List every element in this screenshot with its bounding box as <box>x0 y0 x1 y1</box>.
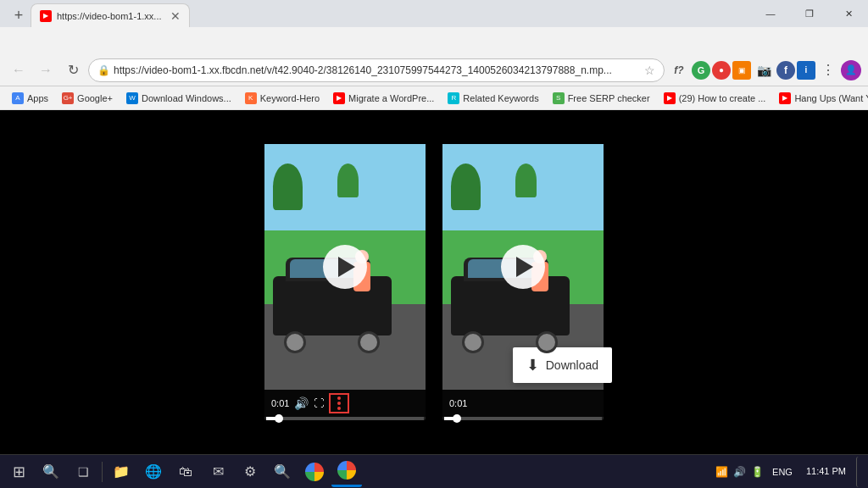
download-label: Download <box>546 358 598 372</box>
chrome-menu-icon[interactable]: ⋮ <box>817 59 839 81</box>
related-keywords-favicon: R <box>448 92 459 104</box>
f-social-icon[interactable]: f <box>776 61 795 80</box>
serp-favicon: S <box>553 92 565 104</box>
bookmark-related-keywords[interactable]: R Related Keywords <box>442 91 543 106</box>
migrate-favicon: ▶ <box>333 92 345 104</box>
volume-icon[interactable]: 🔊 <box>732 464 748 480</box>
blue-ext-icon[interactable]: i <box>797 61 815 80</box>
language-button[interactable]: ENG <box>769 457 796 487</box>
car-body-right <box>451 276 570 336</box>
videos-container: 0:01 🔊 ⛶ <box>264 144 604 420</box>
forward-button[interactable]: → <box>34 58 58 82</box>
taskbar-chrome[interactable] <box>299 457 330 487</box>
taskbar-search[interactable]: 🔍 <box>36 457 66 487</box>
taskbar-file-explorer[interactable]: 📁 <box>106 457 136 487</box>
chrome-icon <box>305 463 324 481</box>
bookmark-migrate[interactable]: ▶ Migrate a WordPre... <box>328 91 439 106</box>
tree2-left <box>337 164 359 197</box>
tree-right <box>451 164 481 210</box>
play-button-right[interactable] <box>501 245 545 289</box>
hangups-favicon: ▶ <box>779 92 791 104</box>
wheel2-left <box>358 331 380 353</box>
play-button-left[interactable] <box>323 245 367 289</box>
f-button[interactable]: f? <box>668 59 690 81</box>
bookmark-apps-label: Apps <box>27 93 48 103</box>
bookmark-hang-ups-label: Hang Ups (Want Yo... <box>794 93 868 103</box>
maximize-button[interactable]: ❐ <box>790 0 829 27</box>
address-input[interactable]: 🔒 https://video-bom1-1.xx.fbcdn.net/v/t4… <box>88 58 665 82</box>
user-avatar[interactable]: 👤 <box>841 60 861 80</box>
system-tray: 📶 🔊 🔋 <box>714 464 765 480</box>
video-controls-left: 0:01 🔊 ⛶ <box>264 390 426 417</box>
page-content: 0:01 🔊 ⛶ <box>0 110 868 454</box>
battery-icon[interactable]: 🔋 <box>749 464 765 480</box>
taskbar-settings[interactable]: ⚙ <box>235 457 265 487</box>
taskbar-mail[interactable]: ✉ <box>203 457 233 487</box>
video-thumb-left[interactable] <box>264 144 426 390</box>
tab-close-button[interactable]: ✕ <box>170 9 181 23</box>
bookmark-download-windows-label: Download Windows... <box>142 93 231 103</box>
bookmark-how-to-label: (29) How to create ... <box>679 93 766 103</box>
download-icon: ⬇ <box>526 356 539 374</box>
wheel2-right <box>536 331 558 353</box>
progress-thumb-right[interactable] <box>453 414 461 423</box>
bookmark-keyword-hero[interactable]: K Keyword-Hero <box>240 91 325 106</box>
system-clock[interactable]: 11:41 PM <box>799 465 853 477</box>
bookmarks-bar: A Apps G+ Google+ W Download Windows... … <box>0 86 868 110</box>
google-plus-favicon: G+ <box>62 92 74 104</box>
close-button[interactable]: ✕ <box>829 0 868 27</box>
g-icon[interactable]: G <box>692 61 710 80</box>
show-desktop-button[interactable] <box>856 457 865 487</box>
back-button[interactable]: ← <box>7 58 31 82</box>
secure-icon: 🔒 <box>97 64 110 76</box>
orange-ext-icon[interactable]: ▣ <box>732 61 751 80</box>
keyword-hero-favicon: K <box>245 92 257 104</box>
bookmark-star-icon[interactable]: ☆ <box>644 64 655 77</box>
taskbar-search2[interactable]: 🔍 <box>267 457 298 487</box>
bookmark-hang-ups[interactable]: ▶ Hang Ups (Want Yo... <box>774 91 868 106</box>
new-tab-button[interactable]: + <box>7 3 31 27</box>
reload-button[interactable]: ↻ <box>61 58 85 82</box>
bookmark-google-plus[interactable]: G+ Google+ <box>57 91 118 106</box>
taskbar-edge[interactable]: 🌐 <box>138 457 169 487</box>
bookmark-serp-checker[interactable]: S Free SERP checker <box>548 91 655 106</box>
minimize-button[interactable]: — <box>751 0 790 27</box>
apps-favicon: A <box>12 92 24 104</box>
address-bar: ← → ↻ 🔒 https://video-bom1-1.xx.fbcdn.ne… <box>0 54 868 86</box>
clock-time: 11:41 PM <box>806 465 846 477</box>
progress-thumb-left[interactable] <box>275 414 283 423</box>
active-tab[interactable]: ▶ https://video-bom1-1.xx... ✕ <box>31 3 190 27</box>
tab-favicon: ▶ <box>40 10 52 22</box>
progress-bar-left[interactable] <box>266 417 424 420</box>
download-popup[interactable]: ⬇ Download <box>513 347 612 383</box>
car-body-left <box>273 276 392 336</box>
taskbar-store[interactable]: 🛍 <box>170 457 201 487</box>
taskbar-chrome-active[interactable] <box>331 457 362 487</box>
taskbar-task-view[interactable]: ❑ <box>68 457 98 487</box>
bookmark-serp-checker-label: Free SERP checker <box>568 93 650 103</box>
language-label: ENG <box>772 467 793 477</box>
bookmark-related-keywords-label: Related Keywords <box>463 93 538 103</box>
wheel1-right <box>462 331 484 353</box>
volume-button-left[interactable]: 🔊 <box>294 396 309 410</box>
video-right: 0:01 ⬇ Download <box>442 144 604 420</box>
video-time-left: 0:01 <box>271 398 289 408</box>
more-options-button-left[interactable] <box>329 393 349 413</box>
bookmark-how-to[interactable]: ▶ (29) How to create ... <box>659 91 771 106</box>
bookmark-download-windows[interactable]: W Download Windows... <box>121 91 236 106</box>
progress-bar-right[interactable] <box>444 417 602 420</box>
red-circle-icon[interactable]: ● <box>712 61 731 80</box>
taskbar: ⊞ 🔍 ❑ 📁 🌐 🛍 ✉ ⚙ 🔍 📶 🔊 🔋 ENG 11:41 P <box>0 454 868 488</box>
howto-favicon: ▶ <box>664 92 676 104</box>
camera-icon[interactable]: 📷 <box>753 59 775 81</box>
bookmark-apps[interactable]: A Apps <box>7 91 53 106</box>
video-left: 0:01 🔊 ⛶ <box>264 144 426 420</box>
fullscreen-button-left[interactable]: ⛶ <box>314 397 324 409</box>
toolbar-icons: f? G ● ▣ 📷 f i ⋮ 👤 <box>668 59 861 81</box>
browser-frame: + ▶ https://video-bom1-1.xx... ✕ — ❐ ✕ ←… <box>0 0 868 488</box>
video-time-right: 0:01 <box>449 398 467 408</box>
network-icon[interactable]: 📶 <box>714 464 730 480</box>
start-button[interactable]: ⊞ <box>3 457 34 487</box>
url-text: https://video-bom1-1.xx.fbcdn.net/v/t42.… <box>114 64 641 76</box>
wheel1-left <box>284 331 306 353</box>
